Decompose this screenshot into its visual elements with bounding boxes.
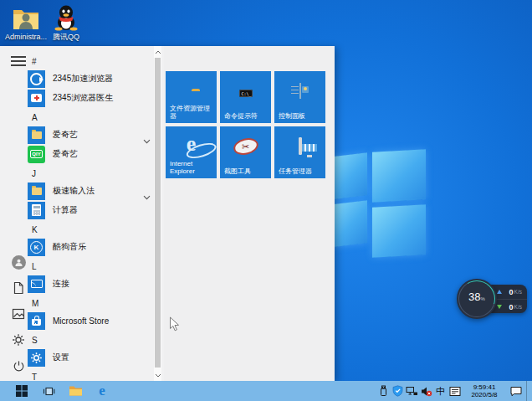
app-folder-icon <box>28 126 45 144</box>
2345-browser-icon <box>28 70 45 88</box>
download-value: 0 <box>509 303 514 311</box>
control-panel-icon <box>299 84 301 99</box>
download-arrow-icon <box>497 305 502 309</box>
app-section-j: J 极速输入法 计算器 <box>23 168 151 219</box>
user-folder-icon <box>3 4 49 31</box>
action-center-icon <box>509 385 523 397</box>
network-tray-icon[interactable] <box>406 381 418 401</box>
tile-snipping-tool[interactable]: ✂ 截图工具 <box>220 126 271 178</box>
app-section-s: S 设置 <box>23 335 151 367</box>
app-item-2345-browser[interactable]: 2345加速浏览器 <box>23 69 151 88</box>
app-section-m: M Microsoft Store <box>23 298 151 330</box>
2345-doctor-icon <box>28 90 45 107</box>
ime-candidate-icon[interactable] <box>448 381 461 401</box>
start-menu: # 2345加速浏览器 2345浏览器医生 A 爱奇艺 <box>0 46 335 381</box>
app-item-kugou[interactable]: K 酷狗音乐 <box>23 238 151 256</box>
section-header[interactable]: A <box>23 112 151 124</box>
task-manager-icon <box>299 139 302 154</box>
app-folder-icon <box>28 183 45 200</box>
task-view-button[interactable] <box>35 381 62 401</box>
desktop-icon-label: Administra... <box>3 33 49 41</box>
tile-command-prompt[interactable]: C:\_ 命令提示符 <box>220 71 271 123</box>
app-list: # 2345加速浏览器 2345浏览器医生 A 爱奇艺 <box>23 46 151 388</box>
desktop-icon-administrator[interactable]: Administra... <box>3 4 49 41</box>
tile-grid: 文件资源管理器 C:\_ 命令提示符 控制面板 e Internet Ex <box>166 71 325 178</box>
task-view-icon <box>43 386 55 397</box>
tile-file-explorer[interactable]: 文件资源管理器 <box>166 71 217 123</box>
app-section-k: K K 酷狗音乐 <box>23 224 151 256</box>
action-center-button[interactable] <box>508 381 524 401</box>
app-item-iqiyi[interactable]: QIY 爱奇艺 <box>23 145 151 163</box>
clock-date: 2020/5/8 <box>465 391 504 399</box>
settings-gear-icon <box>28 349 45 367</box>
section-header[interactable]: J <box>23 168 151 180</box>
desktop-icon-qq[interactable]: 腾讯QQ <box>43 4 89 41</box>
app-section-a: A 爱奇艺 QIY 爱奇艺 <box>23 112 151 163</box>
command-prompt-icon: C:\_ <box>238 84 252 99</box>
section-header[interactable]: M <box>23 298 151 310</box>
taskbar: e 中 9:59:41 2020/5/8 <box>0 381 532 401</box>
tile-internet-explorer[interactable]: e Internet Explorer <box>166 126 217 178</box>
desktop-icon-label: 腾讯QQ <box>43 33 89 41</box>
app-item-settings[interactable]: 设置 <box>23 348 151 367</box>
tile-task-manager[interactable]: 任务管理器 <box>274 126 325 178</box>
gauge-percent: 38 <box>468 281 480 313</box>
clock[interactable]: 9:59:41 2020/5/8 <box>465 383 504 399</box>
section-header[interactable]: S <box>23 335 151 347</box>
iqiyi-icon: QIY <box>28 146 45 163</box>
folder-icon <box>69 385 83 397</box>
app-item-microsoft-store[interactable]: Microsoft Store <box>23 311 151 330</box>
tile-control-panel[interactable]: 控制面板 <box>274 71 325 123</box>
show-desktop-button[interactable] <box>526 381 530 401</box>
scroll-down-icon[interactable] <box>154 370 161 380</box>
edge-icon: e <box>99 383 105 399</box>
clock-time: 9:59:41 <box>465 383 504 392</box>
app-section-l: L 连接 <box>23 261 151 293</box>
upload-value: 0 <box>509 288 514 296</box>
app-section-hash: # 2345加速浏览器 2345浏览器医生 <box>23 56 151 107</box>
app-item-jisu-ime-folder[interactable]: 极速输入法 <box>23 182 151 200</box>
system-tray: 中 9:59:41 2020/5/8 <box>377 381 532 401</box>
snipping-tool-icon: ✂ <box>233 139 258 155</box>
volume-muted-tray-icon[interactable] <box>420 381 432 401</box>
kugou-music-icon: K <box>28 239 45 256</box>
start-button[interactable] <box>8 381 35 401</box>
app-item-connect[interactable]: 连接 <box>23 275 151 293</box>
calculator-icon <box>28 202 45 219</box>
app-list-scrollbar[interactable] <box>154 46 161 381</box>
store-icon <box>28 312 45 330</box>
scrollbar-thumb[interactable] <box>155 58 161 368</box>
upload-arrow-icon <box>497 290 502 294</box>
document-icon <box>13 281 24 295</box>
download-unit: K/s <box>514 304 522 310</box>
section-header[interactable]: # <box>23 56 151 68</box>
app-item-calculator[interactable]: 计算器 <box>23 201 151 219</box>
logo-pane <box>372 204 426 257</box>
net-speed-widget[interactable]: 0 K/s 0 K/s 38 % <box>457 279 529 319</box>
connect-icon <box>28 275 45 293</box>
usb-tray-icon[interactable] <box>377 381 390 401</box>
internet-explorer-icon: e <box>187 132 197 155</box>
section-header[interactable]: L <box>23 261 151 273</box>
file-explorer-button[interactable] <box>62 381 89 401</box>
security-shield-tray-icon[interactable] <box>391 381 404 401</box>
app-item-iqiyi-folder[interactable]: 爱奇艺 <box>23 126 151 144</box>
edge-button[interactable]: e <box>89 381 115 401</box>
qq-penguin-icon <box>43 4 89 31</box>
desktop: Administra... 腾讯QQ <box>0 0 532 401</box>
tile-panel: 文件资源管理器 C:\_ 命令提示符 控制面板 e Internet Ex <box>164 46 335 381</box>
memory-gauge[interactable]: 38 % <box>457 279 497 319</box>
section-header[interactable]: K <box>23 224 151 236</box>
upload-unit: K/s <box>514 289 522 295</box>
scroll-up-icon[interactable] <box>154 47 161 57</box>
windows-logo-icon <box>16 385 28 397</box>
wallpaper-windows-logo <box>329 147 429 254</box>
app-item-2345-doctor[interactable]: 2345浏览器医生 <box>23 89 151 107</box>
ime-language-indicator[interactable]: 中 <box>434 381 447 401</box>
logo-pane <box>372 149 426 202</box>
